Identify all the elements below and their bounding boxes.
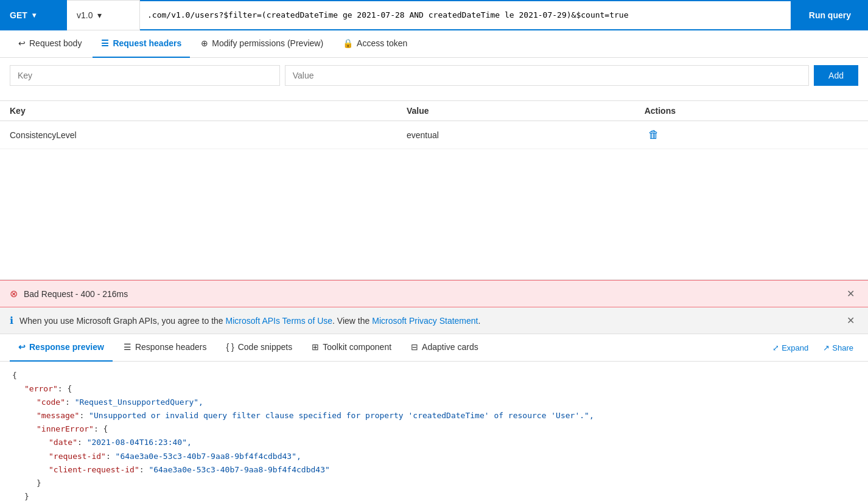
info-icon: ℹ <box>10 315 13 326</box>
request-headers-icon: ☰ <box>101 38 109 48</box>
error-icon: ⊗ <box>10 288 18 299</box>
error-banner: ⊗ Bad Request - 400 - 216ms ✕ <box>0 280 868 307</box>
share-label: Share <box>832 343 853 352</box>
tab-code-snippets-label: Code snippets <box>238 342 293 352</box>
info-text-after: . <box>478 316 481 326</box>
tab-response-preview[interactable]: ↩ Response preview <box>10 334 113 362</box>
headers-input-panel: Add <box>0 58 868 101</box>
method-chevron: ▾ <box>32 11 36 19</box>
json-line: "date": "2021-08-04T16:23:40", <box>12 436 856 449</box>
tab-access-token[interactable]: 🔒 Access token <box>334 30 416 58</box>
json-line: "error": { <box>12 382 856 396</box>
info-text-middle: . View the <box>332 316 372 326</box>
row-value: eventual <box>397 121 635 149</box>
response-actions: ⤢ Expand ↗ Share <box>768 341 858 355</box>
run-query-button[interactable]: Run query <box>792 0 868 30</box>
json-line: "request-id": "64ae3a0e-53c3-40b7-9aa8-9… <box>12 450 856 463</box>
method-label: GET <box>10 10 27 20</box>
tab-request-body-label: Request body <box>29 38 82 48</box>
col-value: Value <box>397 101 635 121</box>
info-banner: ℹ When you use Microsoft Graph APIs, you… <box>0 307 868 334</box>
key-input[interactable] <box>10 65 280 86</box>
method-dropdown[interactable]: GET ▾ <box>0 0 67 30</box>
privacy-link[interactable]: Microsoft Privacy Statement <box>372 316 478 326</box>
tab-adaptive-cards[interactable]: ⊟ Adaptive cards <box>402 334 487 362</box>
version-label: v1.0 <box>77 10 93 20</box>
tab-response-headers[interactable]: ☰ Response headers <box>115 334 215 362</box>
tab-response-preview-label: Response preview <box>29 342 104 352</box>
upper-section: ↩ Request body ☰ Request headers ⊕ Modif… <box>0 30 868 280</box>
tab-modify-permissions[interactable]: ⊕ Modify permissions (Preview) <box>192 30 332 58</box>
table-row: ConsistencyLevel eventual 🗑 <box>0 121 868 149</box>
json-line: } <box>12 490 856 503</box>
adaptive-cards-icon: ⊟ <box>411 342 418 352</box>
json-line: "client-request-id": "64ae3a0e-53c3-40b7… <box>12 463 856 477</box>
tab-adaptive-cards-label: Adaptive cards <box>422 342 478 352</box>
response-preview-icon: ↩ <box>18 342 26 352</box>
json-viewer: {"error": {"code": "Request_UnsupportedQ… <box>0 362 868 504</box>
tab-toolkit-component-label: Toolkit component <box>323 342 391 352</box>
share-icon: ↗ <box>823 343 830 352</box>
add-header-button[interactable]: Add <box>814 65 858 86</box>
json-line: { <box>12 369 856 382</box>
tab-request-headers-label: Request headers <box>113 38 181 48</box>
json-line: "code": "Request_UnsupportedQuery", <box>12 396 856 409</box>
tab-toolkit-component[interactable]: ⊞ Toolkit component <box>303 334 400 362</box>
tab-request-body[interactable]: ↩ Request body <box>10 30 90 58</box>
modify-permissions-icon: ⊕ <box>201 38 208 48</box>
delete-row-button[interactable]: 🗑 <box>645 127 663 142</box>
info-text-before: When you use Microsoft Graph APIs, you a… <box>19 316 226 326</box>
terms-link[interactable]: Microsoft APIs Terms of Use <box>226 316 333 326</box>
top-bar: GET ▾ v1.0 ▾ Run query <box>0 0 868 30</box>
row-actions: 🗑 <box>635 121 868 149</box>
expand-button[interactable]: ⤢ Expand <box>768 341 813 355</box>
access-token-icon: 🔒 <box>343 38 353 48</box>
col-actions: Actions <box>635 101 868 121</box>
json-line: } <box>12 477 856 490</box>
value-input[interactable] <box>285 65 809 86</box>
code-snippets-icon: { } <box>226 342 234 352</box>
tab-access-token-label: Access token <box>357 38 407 48</box>
tab-request-headers[interactable]: ☰ Request headers <box>93 30 190 58</box>
url-input[interactable] <box>140 0 792 30</box>
error-close-button[interactable]: ✕ <box>843 287 858 301</box>
headers-table: Key Value Actions ConsistencyLevel event… <box>0 101 868 149</box>
info-close-button[interactable]: ✕ <box>843 313 858 327</box>
version-chevron: ▾ <box>97 10 102 20</box>
tab-response-headers-label: Response headers <box>135 342 207 352</box>
error-text: Bad Request - 400 - 216ms <box>24 289 837 299</box>
row-key: ConsistencyLevel <box>0 121 397 149</box>
info-text: When you use Microsoft Graph APIs, you a… <box>19 316 837 326</box>
expand-label: Expand <box>782 343 808 352</box>
share-button[interactable]: ↗ Share <box>818 341 858 355</box>
version-dropdown[interactable]: v1.0 ▾ <box>67 0 140 30</box>
request-tabs: ↩ Request body ☰ Request headers ⊕ Modif… <box>0 30 868 58</box>
tab-code-snippets[interactable]: { } Code snippets <box>217 334 301 362</box>
lower-section: ↩ Response preview ☰ Response headers { … <box>0 334 868 504</box>
response-headers-icon: ☰ <box>124 342 131 352</box>
toolkit-component-icon: ⊞ <box>312 342 319 352</box>
json-line: "message": "Unsupported or invalid query… <box>12 409 856 422</box>
expand-icon: ⤢ <box>772 343 779 352</box>
headers-table-section: Key Value Actions ConsistencyLevel event… <box>0 101 868 279</box>
key-value-input-row: Add <box>10 65 858 86</box>
response-tabs: ↩ Response preview ☰ Response headers { … <box>0 334 868 362</box>
col-key: Key <box>0 101 397 121</box>
json-line: "innerError": { <box>12 422 856 436</box>
tab-modify-permissions-label: Modify permissions (Preview) <box>212 38 323 48</box>
request-body-icon: ↩ <box>18 38 26 48</box>
